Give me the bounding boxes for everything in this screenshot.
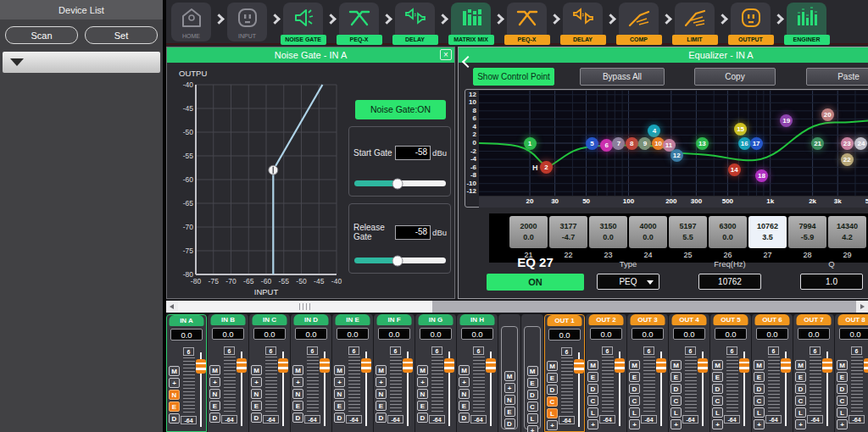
bypass-all-button[interactable]: Bypass All (580, 68, 665, 86)
channel-label[interactable]: IN E (336, 314, 370, 325)
start-gate-slider-thumb[interactable] (392, 178, 403, 189)
fader-knob[interactable] (822, 358, 832, 373)
channel-gain-value[interactable]: 0.0 (295, 328, 327, 340)
equalizer-titlebar[interactable]: Equalizer - IN A (459, 47, 868, 63)
channel-button-e[interactable]: E (712, 372, 723, 382)
channel-button-m[interactable]: M (292, 365, 303, 375)
eq-band-cell-23[interactable]: 31500.0 (589, 216, 627, 248)
channel-button-d[interactable]: D (251, 413, 262, 423)
eq-plot-area[interactable]: 12H567894101112131415161718192120222324 (479, 91, 868, 196)
channel-button-d[interactable]: D (670, 384, 682, 394)
channel-button-e[interactable]: E (169, 402, 180, 412)
channel-label[interactable]: IN A (170, 315, 204, 326)
toolbar-item-matrix-mix[interactable]: MATRIX MIX (451, 3, 491, 42)
channel-label[interactable]: IN F (377, 314, 412, 325)
eq-band-cell-24[interactable]: 40000.0 (629, 216, 667, 248)
channel-button-e[interactable]: E (504, 407, 515, 417)
channel-label[interactable]: OUT 3 (631, 314, 665, 325)
channel-button-plus[interactable]: + (292, 377, 303, 387)
eq-control-point-22[interactable]: 22 (841, 153, 854, 166)
channel-button-e[interactable]: E (376, 401, 387, 411)
eq-control-point-16[interactable]: 16 (738, 137, 751, 150)
channel-button-d[interactable]: D (169, 413, 180, 424)
channel-button-c[interactable]: C (587, 396, 598, 406)
channel-button-plus[interactable]: + (712, 419, 723, 429)
channel-button-e[interactable]: E (417, 401, 428, 411)
channel-button-m[interactable]: M (209, 365, 220, 375)
channel-gain-value[interactable]: 0.0 (253, 328, 286, 340)
eq-band-cell-29[interactable]: 143404.2 (828, 216, 866, 248)
channel-label[interactable]: OUT 7 (797, 314, 832, 325)
eq-q-field[interactable]: 1.0 (800, 274, 863, 290)
channel-button-d[interactable]: D (376, 413, 387, 423)
eq-control-point-23[interactable]: 23 (841, 137, 854, 150)
channel-button-m[interactable]: M (504, 371, 515, 381)
eq-control-point-18[interactable]: 18 (755, 169, 768, 182)
channel-button-plus[interactable]: + (795, 419, 806, 429)
channel-button-plus[interactable]: + (547, 420, 558, 430)
eq-control-point-5[interactable]: 5 (586, 137, 598, 150)
toolbar-item-peq-x[interactable]: PEQ-X (507, 3, 547, 42)
fader-knob[interactable] (444, 358, 454, 373)
channel-button-d[interactable]: D (712, 384, 723, 394)
channel-button-m[interactable]: M (251, 365, 262, 375)
channel-button-l[interactable]: L (670, 407, 682, 418)
channel-label[interactable]: OUT 2 (589, 314, 624, 325)
channel-label[interactable]: IN B (211, 314, 246, 325)
channel-label[interactable]: IN H (460, 314, 495, 325)
paste-button[interactable]: Paste (806, 68, 868, 86)
fader-knob[interactable] (486, 358, 496, 373)
channel-button-l[interactable]: L (795, 407, 806, 418)
eq-control-point-20[interactable]: 20 (821, 108, 834, 121)
toolbar-item-enginer[interactable]: ENGINER (787, 3, 826, 42)
toolbar-item-limit[interactable]: LIMIT (675, 3, 715, 42)
channel-gain-value[interactable]: 0.0 (170, 329, 203, 341)
channel-label[interactable]: IN C (253, 314, 287, 325)
channel-button-n[interactable]: N (376, 389, 387, 399)
eq-control-point-12[interactable]: 12 (670, 149, 683, 162)
eq-control-point-13[interactable]: 13 (696, 137, 709, 150)
channel-button-c[interactable]: C (837, 396, 848, 406)
release-gate-slider[interactable] (354, 258, 446, 263)
close-icon[interactable]: × (440, 49, 452, 60)
noise-gate-power-button[interactable]: Noise Gate:ON (355, 100, 446, 119)
channel-button-c[interactable]: C (670, 396, 682, 406)
eq-control-point-9[interactable]: 9 (638, 137, 651, 150)
channel-button-d[interactable]: D (527, 390, 538, 400)
channel-button-plus[interactable]: + (417, 377, 428, 387)
eq-control-point-7[interactable]: 7 (612, 137, 625, 150)
channel-button-m[interactable]: M (527, 366, 538, 376)
channel-button-plus[interactable]: + (169, 378, 180, 388)
channel-gain-value[interactable]: 0.0 (420, 328, 452, 340)
fader-knob[interactable] (739, 358, 749, 373)
channel-button-m[interactable]: M (169, 366, 180, 376)
channel-button-e[interactable]: E (795, 372, 806, 382)
channel-button-e[interactable]: E (670, 372, 682, 382)
toolbar-item-home[interactable]: HOME (171, 3, 211, 42)
eq-control-point-8[interactable]: 8 (626, 137, 638, 150)
eq-control-point-14[interactable]: 14 (728, 163, 741, 176)
channel-button-d[interactable]: D (504, 418, 515, 429)
channel-label[interactable]: OUT 6 (755, 314, 790, 325)
channel-label[interactable]: OUT 4 (672, 314, 707, 325)
channel-gain-value[interactable]: 0.0 (378, 328, 410, 340)
channel-label[interactable]: IN G (419, 314, 453, 325)
toolbar-item-comp[interactable]: COMP (619, 3, 659, 42)
release-gate-slider-thumb[interactable] (392, 255, 403, 266)
channel-button-d[interactable]: D (795, 384, 806, 394)
channel-button-e[interactable]: E (334, 401, 345, 411)
channel-button-m[interactable]: M (547, 361, 558, 371)
channel-button-l[interactable]: L (712, 407, 723, 418)
channel-button-e[interactable]: E (292, 401, 303, 411)
channel-button-plus[interactable]: + (754, 419, 765, 429)
channel-button-d[interactable]: D (292, 413, 303, 423)
eq-type-select[interactable]: PEQ (597, 274, 659, 290)
fader-knob[interactable] (196, 359, 206, 374)
fader-knob[interactable] (320, 358, 330, 373)
channel-gain-value[interactable]: 0.0 (461, 328, 493, 340)
channel-button-plus[interactable]: + (209, 377, 220, 387)
channel-gain-value[interactable]: 0.0 (548, 329, 581, 341)
fader-knob[interactable] (278, 358, 288, 373)
channel-label[interactable]: OUT 1 (548, 315, 582, 326)
fader-knob[interactable] (361, 358, 371, 373)
